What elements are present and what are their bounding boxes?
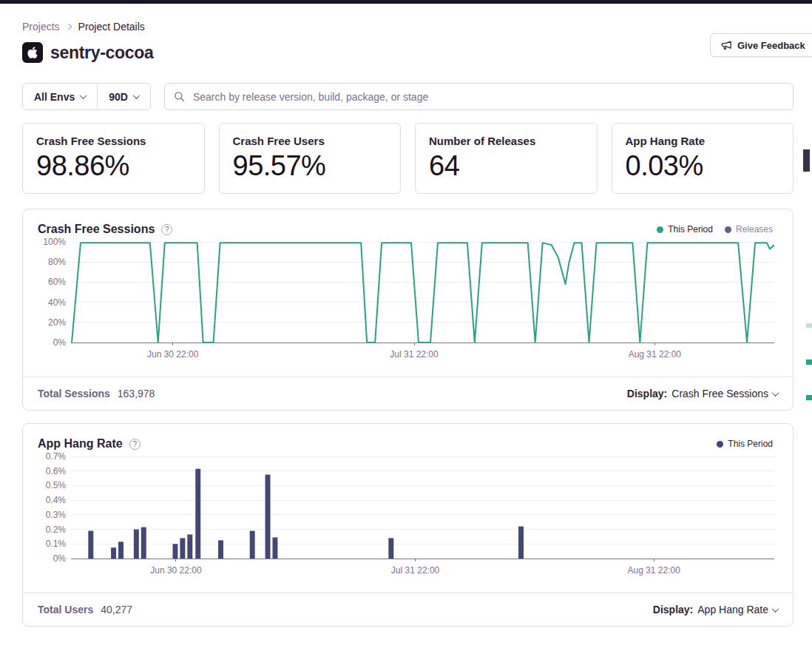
y-axis-tick-label: 0.4% xyxy=(35,495,66,505)
clipped-right-content-fragment xyxy=(806,395,812,400)
y-axis-tick-label: 60% xyxy=(35,277,66,287)
chart-legend: This Period xyxy=(717,439,773,449)
x-axis-tick-label: Jun 30 22:00 xyxy=(147,349,198,360)
chevron-down-icon xyxy=(772,389,779,397)
stat-card-app-hang-rate: App Hang Rate 0.03% xyxy=(612,123,794,194)
project-details-page: Projects Project Details Give Feedback s… xyxy=(0,21,812,627)
breadcrumb: Projects Project Details xyxy=(22,21,794,33)
y-axis-tick-label: 0% xyxy=(35,337,66,348)
legend-item[interactable]: Releases xyxy=(725,224,773,235)
stat-value: 98.86% xyxy=(36,150,191,182)
chart-footer: Total Sessions 163,978 Display: Crash Fr… xyxy=(23,377,793,410)
chart-title: App Hang Rate xyxy=(38,437,123,451)
y-axis-tick-label: 0.5% xyxy=(35,480,66,490)
stat-label: Crash Free Sessions xyxy=(36,135,191,147)
legend-dot-icon xyxy=(717,441,723,448)
question-circle-icon[interactable]: ? xyxy=(161,224,172,235)
y-axis-tick-label: 40% xyxy=(35,297,66,308)
legend-item[interactable]: This Period xyxy=(717,439,773,449)
chevron-down-icon xyxy=(132,92,140,99)
bar-series-bar xyxy=(218,540,223,559)
chevron-down-icon xyxy=(772,605,779,613)
app-hang-rate-bar-chart xyxy=(71,456,774,562)
chart-title: Crash Free Sessions xyxy=(38,223,155,236)
y-axis-tick-label: 0.6% xyxy=(35,466,66,476)
display-selector[interactable]: Display: Crash Free Sessions xyxy=(627,388,778,399)
clipped-right-content-fragment xyxy=(803,149,810,172)
display-label: Display: xyxy=(653,604,693,615)
megaphone-icon xyxy=(721,40,732,51)
y-axis-tick-label: 0.2% xyxy=(35,524,66,535)
bar-series-bar xyxy=(88,531,93,559)
chart-legend: This PeriodReleases xyxy=(657,224,773,235)
x-axis-tick-label: Aug 31 22:00 xyxy=(627,565,680,576)
project-header: sentry-cocoa xyxy=(22,42,794,63)
y-axis-tick-label: 0% xyxy=(35,553,66,564)
crash-free-sessions-line-chart xyxy=(71,242,774,346)
question-circle-icon[interactable]: ? xyxy=(129,439,141,450)
date-range-selector[interactable]: 90D xyxy=(98,84,150,109)
clipped-right-content-fragment xyxy=(806,323,812,328)
breadcrumb-projects-link[interactable]: Projects xyxy=(22,21,60,33)
total-label: Total Users xyxy=(38,604,93,615)
y-axis-tick-label: 20% xyxy=(35,317,66,328)
stat-label: Number of Releases xyxy=(429,135,583,147)
bar-series-bar xyxy=(180,538,185,559)
search-icon xyxy=(174,91,185,102)
give-feedback-label: Give Feedback xyxy=(737,40,805,51)
chevron-right-icon xyxy=(65,24,71,30)
crash-free-sessions-chart-card: Crash Free Sessions ? This PeriodRelease… xyxy=(22,209,794,411)
y-axis-tick-label: 0.1% xyxy=(35,539,66,549)
chart-header: Crash Free Sessions ? This PeriodRelease… xyxy=(23,209,793,236)
filter-bar: All Envs 90D xyxy=(22,83,794,110)
release-search-input[interactable] xyxy=(192,90,784,104)
environment-selector[interactable]: All Envs xyxy=(23,84,97,109)
clipped-right-content-fragment xyxy=(806,360,812,365)
score-cards: Crash Free Sessions 98.86% Crash Free Us… xyxy=(22,123,794,194)
bar-series-bar xyxy=(118,542,124,559)
stat-value: 95.57% xyxy=(233,150,388,182)
chevron-down-icon xyxy=(80,92,87,99)
bar-series-bar xyxy=(518,527,524,559)
stat-value: 0.03% xyxy=(626,150,780,182)
bar-series-bar xyxy=(141,527,146,559)
give-feedback-button[interactable]: Give Feedback xyxy=(710,33,812,57)
bar-series-bar xyxy=(195,469,200,559)
x-axis-tick-label: Jul 31 22:00 xyxy=(391,565,439,576)
chart-plot-area: 100%80%60%40%20%0% xyxy=(71,242,774,346)
bar-series-bar xyxy=(187,534,192,559)
bar-series-bar xyxy=(272,537,277,559)
total-value: 40,277 xyxy=(101,604,132,615)
display-selector[interactable]: Display: App Hang Rate xyxy=(653,604,778,615)
total-label: Total Sessions xyxy=(38,388,110,399)
environment-selector-label: All Envs xyxy=(34,91,75,103)
y-axis-tick-label: 0.3% xyxy=(35,510,66,520)
chart-header: App Hang Rate ? This Period xyxy=(23,424,793,451)
chart-total: Total Sessions 163,978 xyxy=(38,388,155,399)
app-hang-rate-chart-card: App Hang Rate ? This Period 0.7%0.6%0.5%… xyxy=(22,423,794,627)
chart-total: Total Users 40,277 xyxy=(38,604,132,615)
bar-series-bar xyxy=(134,530,139,559)
y-axis-tick-label: 80% xyxy=(35,257,66,267)
display-label: Display: xyxy=(627,388,667,399)
bar-series-bar xyxy=(388,538,393,559)
page-filter-control: All Envs 90D xyxy=(22,83,151,110)
legend-dot-icon xyxy=(657,226,663,233)
bar-series-bar xyxy=(250,531,255,559)
date-range-selector-label: 90D xyxy=(109,91,128,103)
page-title: sentry-cocoa xyxy=(50,43,154,63)
stat-label: Crash Free Users xyxy=(233,135,388,147)
x-axis-tick-label: Jun 30 22:00 xyxy=(150,565,201,576)
display-value: App Hang Rate xyxy=(697,604,768,615)
legend-label: Releases xyxy=(736,224,773,235)
legend-item[interactable]: This Period xyxy=(657,224,713,235)
bar-series-bar xyxy=(111,547,116,559)
apple-platform-icon xyxy=(22,42,43,63)
stat-card-number-of-releases: Number of Releases 64 xyxy=(415,123,598,194)
total-value: 163,978 xyxy=(118,388,155,399)
chart-footer: Total Users 40,277 Display: App Hang Rat… xyxy=(23,593,793,626)
release-search xyxy=(164,83,794,110)
stat-value: 64 xyxy=(429,150,583,182)
bar-series-bar xyxy=(265,475,271,559)
legend-label: This Period xyxy=(728,439,773,449)
